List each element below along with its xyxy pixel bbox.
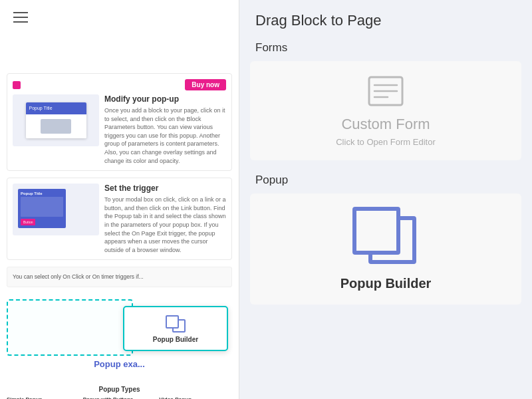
card1-header: Buy now [13,79,226,90]
card2-image-sim: Popup Title Button [13,184,99,235]
drag-area: Popup Builder Popup exa... [7,293,232,386]
popup-types-section: Popup Types Simple Popup Add a simple me… [7,386,232,399]
drag-popup-builder-block[interactable]: Popup Builder [123,306,228,351]
pink-icon [13,81,21,89]
popup-types-row: Simple Popup Add a simple message that w… [7,396,232,399]
dashed-drop-zone[interactable] [7,299,133,356]
popup-type-video: Video Popup You can add Youtube/Video vi… [159,396,232,399]
right-header: Drag Block to Page [239,0,532,39]
popup-builder-title: Popup Builder [340,276,432,291]
popup-section-label: Popup [239,171,532,194]
card-modify-popup: Buy now Popup Title [7,73,232,171]
card2-image: Popup Title Button [13,184,99,235]
sim2-btn: Button [21,219,35,225]
custom-form-block[interactable]: Custom Form Click to Open Form Editor [250,61,521,160]
card1-body: Popup Title Modify your pop-up Once you … [13,94,226,165]
drag-label: Popup Builder [153,336,198,343]
sim-popup-body [26,114,86,139]
popup-example-section: Popup exa... [7,359,232,369]
popup-builder-icon [352,207,419,267]
card1-title: Modify your pop-up [104,94,226,104]
sim-popup-inner: Popup Title [26,102,86,139]
form-icon-wrapper [368,74,404,110]
forms-section-label: Forms [239,39,532,61]
popup-type-buttons-name: Popup with Buttons [83,396,156,399]
popup-icon-sq2 [352,207,400,255]
sim-popup-header: Popup Title [26,102,86,114]
sim2-popup: Popup Title Button [18,189,66,228]
card1-header-left [13,81,21,89]
card1-text-area: Modify your pop-up Once you add a block … [104,94,226,165]
popup-type-simple-name: Simple Popup [7,396,80,399]
sim-popup-title: Popup Title [29,106,53,110]
card-set-trigger: Popup Title Button Set the trigger To yo… [7,178,232,260]
drag-popup-icon [164,314,187,334]
card1-image: Popup Title [13,94,99,146]
right-panel: Drag Block to Page Forms Custom Form Cli… [239,0,532,399]
drag-icon-sq2 [166,315,179,329]
popup-type-buttons: Popup with Buttons It's possible to incl… [83,396,156,399]
custom-form-title: Custom Form [341,116,430,133]
sim2-title: Popup Title [21,192,63,196]
popup-type-video-name: Video Popup [159,396,232,399]
right-title: Drag Block to Page [255,12,382,29]
sim2-img [21,197,63,217]
sim-img [41,119,71,134]
tutorial-text-area: You can select only On Click or On timer… [7,267,232,287]
left-scroll-area: Buy now Popup Title [0,37,239,399]
popup-type-simple: Simple Popup Add a simple message that w… [7,396,80,399]
hamburger-menu[interactable] [13,12,28,23]
card1-image-sim: Popup Title [13,94,99,146]
card2-title: Set the trigger [104,184,226,193]
buy-now-button[interactable]: Buy now [185,79,226,90]
card2-body: Popup Title Button Set the trigger To yo… [13,184,226,254]
tutorial-text: You can select only On Click or On timer… [13,273,226,281]
card1-body-text: Once you add a block to your page, click… [104,106,226,165]
form-icon [368,74,404,108]
popup-example-title: Popup exa... [7,359,232,369]
card2-text-area: Set the trigger To your modal box on cli… [104,184,226,254]
popup-builder-block[interactable]: Popup Builder [250,194,521,305]
popup-section: Popup Popup Builder [239,171,532,305]
popup-types-title: Popup Types [7,386,232,393]
custom-form-subtitle: Click to Open Form Editor [336,137,436,147]
forms-section: Forms Custom Form Click to Open Form Edi… [239,39,532,160]
left-panel: Buy now Popup Title [0,0,239,399]
card2-body-text: To your modal box on click, click on a l… [104,196,226,254]
